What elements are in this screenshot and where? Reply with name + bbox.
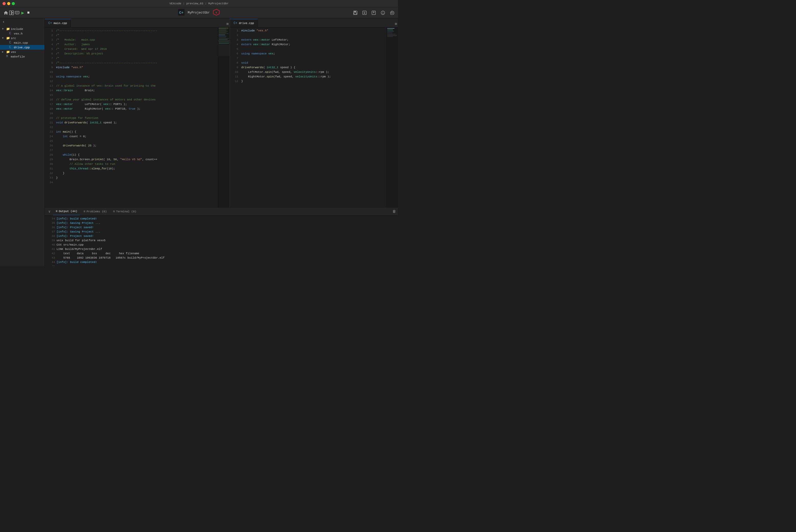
- titlebar: VEXcode : preview_03 : MyProjectGbr: [0, 0, 398, 7]
- tab-problems[interactable]: ≡ Problems (0): [81, 208, 109, 215]
- gear-icon[interactable]: [389, 10, 395, 16]
- code-line: // define your global instances of motor…: [56, 97, 218, 102]
- code-line: /* Created: Wed Apr 17 2019: [56, 47, 218, 51]
- svg-rect-45: [387, 34, 395, 34]
- split-icon[interactable]: ⊞: [225, 21, 230, 27]
- right-tab-bar: C+ drive.cpp ⊞: [230, 18, 398, 27]
- code-line: /*--------------------------------------…: [56, 60, 218, 65]
- editors-row: C+ main.cpp ⊞ 1 2 3 4 5 6 7 8: [45, 18, 398, 207]
- file-label: drive.cpp: [14, 46, 30, 49]
- left-code-editor[interactable]: 1 2 3 4 5 6 7 8 9 10 11 12 13 14: [45, 27, 230, 207]
- tab-maincpp[interactable]: C+ main.cpp: [45, 19, 71, 27]
- sidebar-item-drivecpp[interactable]: C drive.cpp: [0, 45, 44, 50]
- code-line: /*--------------------------------------…: [56, 28, 218, 33]
- code-line: }: [241, 79, 386, 83]
- split-icon[interactable]: ⊞: [394, 21, 398, 27]
- terminal-line: 42 text data bss dec hex filename: [45, 251, 398, 256]
- code-line: using namespace vex;: [241, 51, 386, 56]
- svg-text:C+: C+: [179, 11, 183, 15]
- left-tab-bar: C+ main.cpp ⊞: [45, 18, 230, 27]
- code-line: [56, 111, 218, 116]
- save-icon[interactable]: [352, 10, 358, 16]
- code-line: void driveForwards( int32_t speed );: [56, 120, 218, 125]
- home-icon[interactable]: [3, 10, 9, 16]
- file-tree: ▼ 📁 include C vex.h ▼ 📁 src C main.cpp: [0, 25, 44, 266]
- terminal-line: 39 unix build for platform vexv5: [45, 239, 398, 243]
- clear-button[interactable]: 🗑: [392, 210, 396, 214]
- download-icon[interactable]: [362, 10, 367, 16]
- code-line: vex::motor LeftMotor( vex:: PORT1 );: [56, 102, 218, 107]
- code-line: int count = 0;: [56, 134, 218, 139]
- problems-icon: ≡: [84, 210, 85, 213]
- code-line: LeftMotor.spin(fwd, speed, velocityUnits…: [241, 70, 386, 74]
- svg-rect-38: [218, 44, 230, 56]
- maximize-button[interactable]: [12, 2, 15, 5]
- tab-icon-cpp: C+: [48, 21, 52, 25]
- tab-terminal-label: Terminal (0): [116, 210, 136, 213]
- close-button[interactable]: [3, 2, 6, 5]
- svg-rect-2: [12, 13, 14, 15]
- left-editor-pane: C+ main.cpp ⊞ 1 2 3 4 5 6 7 8: [45, 18, 230, 207]
- info-icon[interactable]: i: [380, 10, 386, 16]
- code-line: #include "vex.h": [56, 65, 218, 70]
- left-line-numbers: 1 2 3 4 5 6 7 8 9 10 11 12 13 14: [45, 27, 55, 207]
- folder-label: vex: [11, 50, 16, 54]
- left-code-content[interactable]: /*--------------------------------------…: [55, 27, 218, 207]
- layout-icon[interactable]: [9, 10, 14, 16]
- tab-label: drive.cpp: [239, 22, 254, 25]
- sidebar: ‹ ▼ 📁 include C vex.h ▼ 📁 src: [0, 18, 45, 266]
- terminal-line: 45: [45, 264, 398, 266]
- svg-rect-23: [219, 30, 228, 30]
- sidebar-item-src[interactable]: ▼ 📁 src: [0, 36, 44, 40]
- bottom-tab-bar: ∨ ≡ Output (44) ≡ Problems (0) ≡ Termina…: [45, 208, 398, 216]
- svg-rect-6: [18, 12, 18, 13]
- tab-output[interactable]: ≡ Output (44): [53, 208, 80, 215]
- sidebar-item-vex[interactable]: ▶ 📁 vex: [0, 50, 44, 54]
- brain-icon[interactable]: [14, 10, 20, 16]
- code-line: /* Description: V5 project: [56, 51, 218, 56]
- code-line: // A global instance of vex::brain used …: [56, 83, 218, 88]
- back-button[interactable]: ‹: [0, 18, 7, 25]
- collapse-button[interactable]: ∨: [47, 209, 52, 214]
- window-buttons: [3, 2, 15, 5]
- terminal-line: 40 CXX src/main.cpp: [45, 243, 398, 247]
- play-button[interactable]: ▶: [20, 10, 25, 16]
- tab-drivecpp[interactable]: C+ drive.cpp: [230, 19, 258, 27]
- svg-rect-33: [219, 39, 228, 40]
- tab-icon-cpp: C+: [234, 21, 237, 25]
- share-icon[interactable]: [371, 10, 377, 16]
- code-line: while(1) {: [56, 153, 218, 157]
- tab-terminal[interactable]: ≡ Terminal (0): [110, 208, 139, 215]
- sidebar-item-vexh[interactable]: C vex.h: [0, 31, 44, 36]
- expand-arrow: ▼: [2, 27, 5, 31]
- vex-logo: V: [213, 9, 220, 17]
- code-line: #include "vex.h": [241, 28, 386, 33]
- svg-rect-39: [387, 27, 398, 104]
- sidebar-item-makefile[interactable]: M makefile: [0, 54, 44, 59]
- code-line: // Allow other tasks to run: [56, 162, 218, 166]
- right-code-content[interactable]: #include "vex.h" extern vex::motor LeftM…: [240, 27, 386, 207]
- terminal-line: 44 [info]: build completed!: [45, 260, 398, 264]
- minimize-button[interactable]: [7, 2, 10, 5]
- code-line: vex::brain Brain;: [56, 88, 218, 93]
- stop-button[interactable]: ■: [25, 10, 31, 16]
- terminal-line: 35 [info]: Saving Project ...: [45, 221, 398, 225]
- svg-rect-32: [219, 38, 229, 39]
- code-line: driveForwards( 25 );: [56, 144, 218, 148]
- code-line: driveForwards( int32_t speed ) {: [241, 65, 386, 70]
- sidebar-item-include[interactable]: ▼ 📁 include: [0, 26, 44, 31]
- sidebar-item-maincpp[interactable]: C main.cpp: [0, 40, 44, 45]
- vexcode-icon: C+: [178, 9, 185, 16]
- code-line: int main() {: [56, 130, 218, 134]
- left-minimap: [218, 27, 230, 207]
- main-layout: ‹ ▼ 📁 include C vex.h ▼ 📁 src: [0, 18, 398, 266]
- right-code-editor[interactable]: 1 2 3 4 5 6 7 8 9 10 11 12 #includ: [230, 27, 398, 207]
- toolbar-center: C+ MyProjectGbr V: [178, 9, 220, 17]
- folder-label: src: [11, 37, 16, 40]
- code-line: RightMotor.spin(fwd, speed, velocityUnit…: [241, 74, 386, 79]
- svg-rect-42: [387, 30, 393, 31]
- file-icon-cpp: C: [9, 45, 13, 49]
- svg-rect-40: [387, 28, 394, 28]
- code-line: /* Author: james: [56, 42, 218, 47]
- terminal-line: 43 5788 1092 1063836 1070716 10567c buil…: [45, 256, 398, 260]
